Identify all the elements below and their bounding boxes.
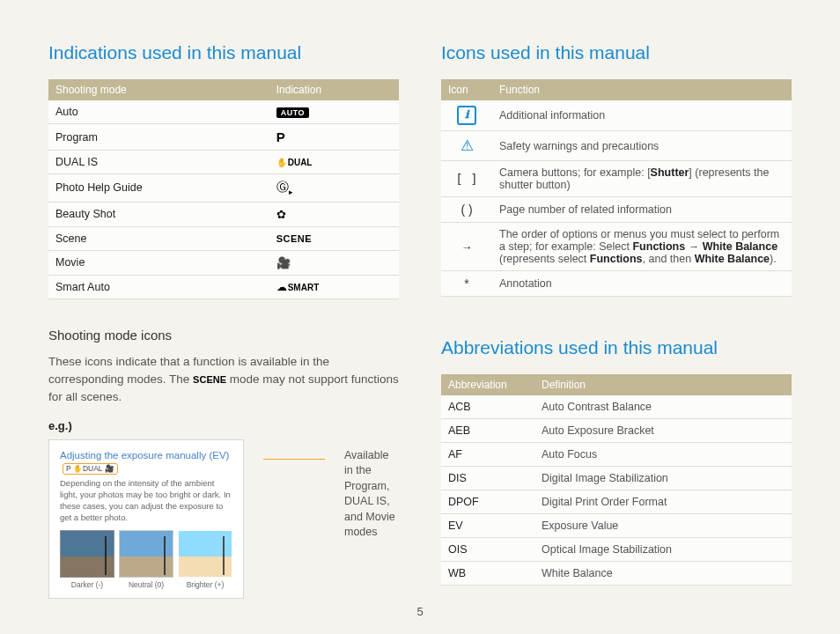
table-row: SceneSCENE: [48, 226, 399, 250]
table-row: * Annotation: [441, 271, 792, 297]
thumb-darker: Darker (-): [60, 530, 114, 589]
table-row: → The order of options or menus you must…: [441, 223, 792, 271]
movie-icon: 🎥: [276, 256, 291, 269]
table-row: Photo Help GuideⒼ▸: [48, 174, 399, 203]
abbrev-table: Abbreviation Definition ACBAuto Contrast…: [441, 374, 792, 586]
table-row: AutoAUTO: [48, 100, 399, 124]
example-box: Adjusting the exposure manually (EV) P ✋…: [48, 439, 244, 599]
brackets-icon: [ ]: [455, 172, 477, 186]
dualis-icon: DUAL: [276, 158, 313, 167]
th-definition: Definition: [534, 374, 792, 395]
example-desc: Depending on the intensity of the ambien…: [60, 478, 232, 523]
table-row: AEBAuto Exposure Bracket: [441, 419, 792, 443]
parens-icon: ( ): [461, 203, 472, 217]
example-thumbs: Darker (-) Neutral (0) Brighter (+): [60, 530, 232, 589]
mode-pill: P ✋DUAL 🎥: [63, 463, 118, 475]
icons-title: Icons used in this manual: [441, 42, 792, 63]
info-icon: ℹ: [457, 106, 476, 125]
beauty-icon: ✿: [276, 208, 286, 221]
th-indication: Indication: [269, 79, 399, 100]
help-guide-icon: Ⓖ▸: [276, 180, 293, 194]
page-number: 5: [0, 605, 840, 618]
table-row: ( ) Page number of related information: [441, 197, 792, 223]
program-icon: P: [276, 129, 285, 144]
icons-table: Icon Function ℹ Additional information ⚠…: [441, 79, 792, 297]
abbrev-title: Abbreviations used in this manual: [441, 337, 792, 358]
th-icon: Icon: [441, 79, 492, 100]
table-row: DPOFDigital Print Order Format: [441, 490, 792, 514]
star-icon: *: [464, 276, 468, 291]
scene-inline-icon: SCENE: [193, 374, 226, 385]
table-row: ProgramP: [48, 124, 399, 151]
warning-icon: ⚠: [461, 137, 474, 154]
auto-icon: AUTO: [276, 107, 309, 118]
table-row: DUAL ISDUAL: [48, 151, 399, 174]
indications-title: Indications used in this manual: [48, 42, 399, 63]
table-row: OISOptical Image Stabilization: [441, 538, 792, 562]
callout-line: [263, 459, 325, 599]
thumb-brighter: Brighter (+): [178, 530, 232, 589]
table-row: AFAuto Focus: [441, 443, 792, 467]
shooting-mode-table: Shooting mode Indication AutoAUTO Progra…: [48, 79, 399, 299]
table-row: ACBAuto Contrast Balance: [441, 395, 792, 419]
table-row: ℹ Additional information: [441, 100, 792, 131]
smart-icon: SMART: [276, 283, 320, 292]
arrow-icon: →: [461, 240, 473, 254]
table-row: [ ] Camera buttons; for example: [Shutte…: [441, 161, 792, 197]
table-row: Beauty Shot✿: [48, 202, 399, 226]
thumb-neutral: Neutral (0): [119, 530, 173, 589]
scene-icon: SCENE: [276, 233, 312, 244]
shooting-icons-body: These icons indicate that a function is …: [48, 353, 399, 407]
eg-label: e.g.): [48, 419, 399, 432]
shooting-mode-icons-subhead: Shooting mode icons: [48, 328, 399, 343]
table-row: EVExposure Value: [441, 514, 792, 538]
th-mode: Shooting mode: [48, 79, 269, 100]
table-row: Movie🎥: [48, 250, 399, 275]
table-row: Smart AutoSMART: [48, 275, 399, 299]
table-row: ⚠ Safety warnings and precautions: [441, 131, 792, 161]
callout-text: Available in the Program, DUAL IS, and M…: [344, 448, 399, 599]
table-row: WBWhite Balance: [441, 562, 792, 586]
table-row: DISDigital Image Stabilization: [441, 467, 792, 490]
example-title: Adjusting the exposure manually (EV) P ✋…: [60, 449, 232, 476]
th-function: Function: [492, 79, 792, 100]
th-abbrev: Abbreviation: [441, 374, 534, 395]
